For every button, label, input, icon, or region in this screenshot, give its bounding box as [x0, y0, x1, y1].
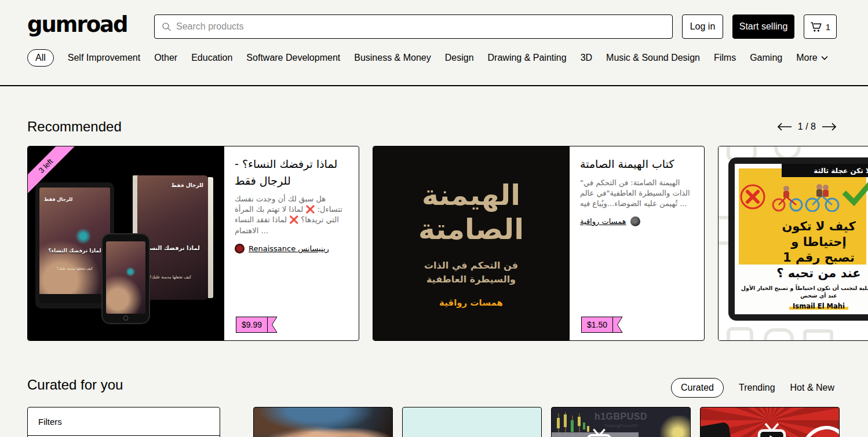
- dark-shape: [700, 421, 733, 437]
- category-all[interactable]: All: [27, 49, 54, 67]
- search-bar[interactable]: [154, 14, 673, 39]
- curated-tabs: Curated Trending Hot & New: [671, 378, 834, 398]
- gumroad-logo[interactable]: gumroad: [27, 14, 127, 35]
- curated-products-row: h1GBPUSD TradingForexSP: [253, 407, 840, 437]
- poster-author: Ismail El Mahi: [735, 302, 868, 310]
- product-cover-image: لا تكن عجلة ثالثة: [719, 146, 868, 340]
- phone-mockup: [103, 234, 149, 323]
- category-business-money[interactable]: Business & Money: [354, 53, 431, 63]
- price-tag: $1.50: [581, 317, 623, 333]
- category-drawing-painting[interactable]: Drawing & Painting: [488, 53, 567, 63]
- seller-avatar: [630, 216, 640, 226]
- next-arrow-button[interactable]: [822, 123, 837, 131]
- product-info: كتاب الهيمنة الصامتة "الهيمنة الصامتة: ف…: [570, 146, 704, 340]
- filters-panel: Filters: [27, 407, 220, 437]
- search-input[interactable]: [176, 21, 665, 32]
- tab-hot-new[interactable]: Hot & New: [790, 383, 834, 393]
- seller-avatar: [235, 244, 245, 254]
- product-description: هل سبق لك أن وجدت نفسك تتساءل: ❌ لماذا ل…: [235, 194, 348, 236]
- white-arc-shape: [803, 421, 840, 437]
- prev-arrow-button[interactable]: [777, 123, 792, 131]
- camera-icon: [727, 327, 753, 340]
- product-cover-image: 3 left للرجال فقط لماذا ترفضك النساء؟ كي…: [28, 146, 224, 340]
- product-card[interactable]: 3 left للرجال فقط لماذا ترفضك النساء؟ كي…: [27, 146, 359, 341]
- cart-icon: [810, 21, 822, 32]
- red-x-icon: [739, 183, 766, 212]
- tab-trending[interactable]: Trending: [739, 383, 775, 393]
- filters-divider: [28, 435, 220, 436]
- product-thumbnail[interactable]: [700, 407, 840, 437]
- recommended-title: Recommended: [27, 119, 122, 135]
- product-thumbnail[interactable]: [402, 407, 542, 437]
- product-thumbnail[interactable]: h1GBPUSD TradingForexSP: [551, 407, 691, 437]
- category-education[interactable]: Education: [191, 53, 232, 63]
- start-selling-button[interactable]: Start selling: [732, 14, 794, 39]
- category-nav: All Self Improvement Other Education Sof…: [27, 49, 828, 67]
- category-self-improvement[interactable]: Self Improvement: [68, 53, 140, 63]
- gamepad-icon: [764, 328, 794, 340]
- seller-link[interactable]: Renaissance رينيسانس: [249, 244, 329, 253]
- product-card[interactable]: لا تكن عجلة ثالثة: [718, 146, 868, 341]
- price-tag: $9.99: [236, 317, 278, 333]
- category-music-sound-design[interactable]: Music & Sound Design: [606, 53, 700, 63]
- login-button[interactable]: Log in: [682, 14, 723, 39]
- bicycles-illustration: [767, 182, 841, 214]
- cart-button[interactable]: 1: [804, 14, 837, 39]
- header-divider: [0, 85, 868, 86]
- product-description: "الهيمنة الصامتة: فن التحكم في الذات وال…: [580, 178, 694, 210]
- category-more[interactable]: More: [796, 53, 827, 63]
- filters-label: Filters: [28, 407, 220, 436]
- page-indicator: 1 / 8: [798, 122, 816, 132]
- category-design[interactable]: Design: [445, 53, 474, 63]
- tv-icon: [585, 428, 613, 437]
- category-films[interactable]: Films: [714, 53, 736, 63]
- green-check-icon: [843, 179, 868, 208]
- poster-subtitle: خطوات عملية لتجنب أن تكون احتياطاً و تصب…: [735, 284, 868, 300]
- gumroad-discover-page: gumroad Log in Start selling 1 All Self …: [0, 0, 868, 437]
- carousel-pagination: 1 / 8: [777, 122, 837, 132]
- seller-row: همسات رواقية: [580, 216, 694, 226]
- product-thumbnail[interactable]: [253, 407, 393, 437]
- chevron-down-icon: [821, 56, 828, 60]
- seller-row: Renaissance رينيسانس: [235, 244, 348, 254]
- envelope-icon: [803, 329, 833, 340]
- category-3d[interactable]: 3D: [581, 53, 592, 63]
- curated-title: Curated for you: [27, 377, 123, 393]
- cart-count: 1: [826, 22, 830, 32]
- product-info: لماذا ترفضك النساء؟ - للرجال فقط هل سبق …: [224, 146, 359, 340]
- recommended-carousel: 3 left للرجال فقط لماذا ترفضك النساء؟ كي…: [27, 146, 868, 341]
- glow-accent: [658, 416, 691, 437]
- tv-play-icon: [756, 423, 788, 437]
- category-software-development[interactable]: Software Development: [246, 53, 340, 63]
- product-card[interactable]: الهيمنة الصامتة فن التحكم في الذات والسي…: [373, 146, 705, 341]
- search-icon: [162, 22, 172, 32]
- poster-banner: لا تكن عجلة ثالثة: [782, 164, 868, 177]
- tablet-mockup: لا تكن عجلة ثالثة: [728, 157, 868, 321]
- category-gaming[interactable]: Gaming: [750, 53, 782, 63]
- tab-curated[interactable]: Curated: [671, 378, 724, 398]
- category-other[interactable]: Other: [154, 53, 177, 63]
- product-title[interactable]: كتاب الهيمنة الصامتة: [580, 156, 694, 172]
- seller-link[interactable]: همسات رواقية: [580, 217, 626, 226]
- product-title[interactable]: لماذا ترفضك النساء؟ - للرجال فقط: [235, 156, 348, 189]
- product-cover-image: الهيمنة الصامتة فن التحكم في الذات والسي…: [373, 146, 570, 340]
